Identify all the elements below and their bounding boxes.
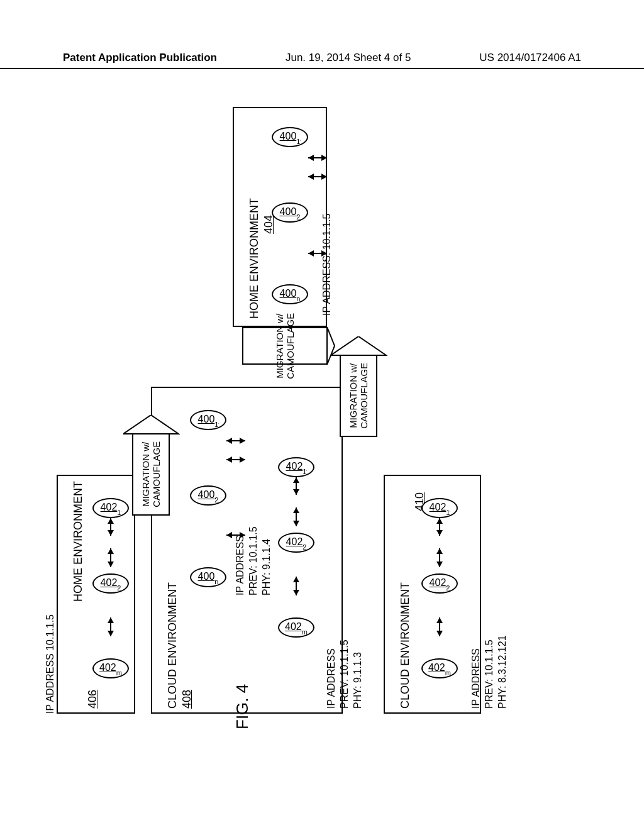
env-label: HOME ENVIRONMENT <box>72 481 85 602</box>
ip-address-label: IP ADDRESS PREV: 10.1.1.5 PHY: 8.3.12.12… <box>470 635 509 709</box>
environment-cloud-410: CLOUD ENVIRONMENT 410 4021 4022 402m IP … <box>384 475 481 714</box>
figure-diagram: HOME ENVIRONMENT 404 4001 4002 400n IP A… <box>69 94 572 723</box>
migration-arrow-408-to-410: MIGRATION w/ CAMOUFLAGE <box>340 336 377 418</box>
node-402-1: 4021 <box>421 498 458 518</box>
svg-marker-1 <box>123 415 179 434</box>
env-label: CLOUD ENVIRONMENT <box>166 582 179 709</box>
node-400-n: 400n <box>190 567 226 587</box>
figure-label: FIG. 4 <box>233 684 252 729</box>
node-402-2: 4022 <box>92 573 129 594</box>
node-402-2: 4022 <box>278 533 314 553</box>
node-400-1: 4001 <box>272 127 308 147</box>
svg-marker-2 <box>331 336 386 355</box>
node-402-1: 4021 <box>92 498 129 518</box>
env-ref: 406 <box>86 690 99 709</box>
migration-arrow-404-to-408: MIGRATION w/ CAMOUFLAGE <box>233 327 327 387</box>
migration-arrow-406-to-408: MIGRATION w/ CAMOUFLAGE <box>132 415 170 475</box>
ip-address-label-406: IP ADDRESS 10.1.1.5 <box>44 614 57 714</box>
header-left: Patent Application Publication <box>63 52 217 64</box>
environment-home-404: HOME ENVIRONMENT 404 4001 4002 400n IP A… <box>233 107 327 327</box>
ip-address-label-a: IP ADDRESS PREV: 10.1.1.5 PHY: 9.1.1.4 <box>234 526 273 595</box>
node-402-m: 402m <box>278 617 314 638</box>
ip-address-label-b: IP ADDRESS PREV: 10.1.1.5 PHY: 9.1.1.3 <box>325 639 364 709</box>
page-header: Patent Application Publication Jun. 19, … <box>0 52 644 69</box>
node-400-2: 4002 <box>272 202 308 223</box>
header-right: US 2014/0172406 A1 <box>479 52 581 64</box>
node-402-1: 4021 <box>278 457 314 477</box>
node-400-2: 4002 <box>190 485 226 506</box>
node-400-n: 400n <box>272 284 308 304</box>
env-ref: 408 <box>180 690 194 709</box>
ip-address-label: IP ADDRESS: 10.1.1.5 <box>321 214 334 316</box>
node-402-2: 4022 <box>421 573 458 594</box>
env-label: CLOUD ENVIRONMENT <box>399 582 412 709</box>
env-ref: 404 <box>262 215 275 234</box>
node-402-m: 402m <box>92 658 129 678</box>
environment-home-406: HOME ENVIRONMENT 406 4021 4022 402m <box>57 475 135 714</box>
header-center: Jun. 19, 2014 Sheet 4 of 5 <box>286 52 411 64</box>
node-400-1: 4001 <box>190 410 226 430</box>
node-402-m: 402m <box>421 658 458 678</box>
env-label: HOME ENVIRONMENT <box>248 198 261 319</box>
